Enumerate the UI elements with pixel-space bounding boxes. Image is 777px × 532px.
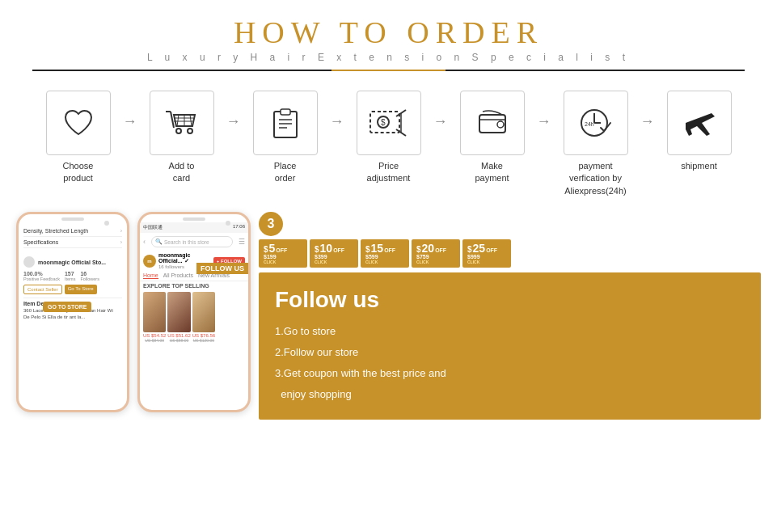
step-price-adjustment: $ Priceadjustment (344, 91, 433, 185)
bottom-section: Density, Stretched Length › Specificatio… (0, 212, 777, 420)
svg-line-4 (177, 115, 179, 126)
step3-badge: 3 (259, 212, 283, 236)
svg-rect-9 (274, 112, 297, 137)
phone2-product-2: US $51.62 US $88.00 (167, 292, 190, 343)
svg-line-6 (190, 115, 192, 126)
phone2-products: US $54.52 US $84.00 US $51.62 US $88.00 … (140, 290, 248, 344)
place-order-icon-box (253, 91, 318, 155)
coupon-20[interactable]: $ 20 OFF $759 CLICK (412, 239, 460, 268)
follow-section: 3 $ 5 OFF $199 CLICK $ 10 OFF $399 CLICK (259, 212, 761, 420)
svg-rect-20 (479, 115, 505, 133)
phone1-row-specs: Specifications › (23, 237, 122, 248)
cart-icon (163, 105, 201, 141)
plane-icon (679, 105, 720, 141)
phone2: 中国联通 17:06 ‹ 🔍 Search in this store ☰ m … (137, 212, 251, 412)
price-adjustment-label: Priceadjustment (367, 160, 411, 185)
choose-product-icon-box (46, 91, 111, 155)
arrow-1: → (123, 91, 137, 130)
price-tag-icon: $ (367, 105, 411, 141)
price-adjustment-icon-box: $ (357, 91, 421, 155)
coupon-10[interactable]: $ 10 OFF $399 CLICK (310, 239, 358, 268)
heart-icon (61, 105, 96, 141)
shipment-label: shipment (681, 160, 717, 172)
clipboard-icon (269, 105, 302, 141)
phone1: Density, Stretched Length › Specificatio… (16, 212, 129, 412)
svg-point-21 (497, 121, 504, 128)
follow-step-3: 3.Get coupon with the best price and enj… (275, 363, 745, 405)
choose-product-label: Chooseproduct (63, 160, 94, 185)
phone2-product-3: US $76.56 US $120.00 (192, 292, 215, 343)
phone2-nav-all-products[interactable]: All Products (163, 272, 193, 279)
step-add-to-card: Add tocard (137, 91, 226, 185)
svg-text:24h: 24h (585, 121, 594, 127)
follow-step-2: 2.Follow our store (275, 342, 745, 363)
phone2-product-1: US $54.52 US $84.00 (143, 292, 166, 343)
phone1-contact-btn[interactable]: Contact Seller (23, 285, 62, 294)
coupon-25[interactable]: $ 25 OFF $999 CLICK (462, 239, 511, 268)
phone2-nav-home[interactable]: Home (143, 272, 158, 279)
add-to-card-icon-box (150, 91, 214, 155)
coupon-15[interactable]: $ 15 OFF $599 CLICK (361, 239, 409, 268)
step-payment-verification: 24h paymentverfication byAliexpress(24h) (551, 91, 640, 197)
arrow-5: → (537, 91, 551, 130)
arrow-4: → (433, 91, 448, 130)
payment-verification-label: paymentverfication byAliexpress(24h) (564, 160, 626, 197)
phone2-search[interactable]: 🔍 Search in this store (151, 236, 233, 247)
coupon-5[interactable]: $ 5 OFF $199 CLICK (259, 239, 307, 268)
wallet-icon (475, 105, 510, 141)
svg-rect-13 (281, 109, 290, 115)
follow-content: Follow us 1.Go to store 2.Follow our sto… (259, 272, 761, 420)
go-to-store-badge[interactable]: GO TO STORE (43, 302, 91, 312)
svg-point-8 (188, 129, 192, 133)
follow-step-1: 1.Go to store (275, 321, 745, 342)
phone1-store-stats: 100.0% Positive Feedback 157 Items 16 Fo… (23, 271, 122, 281)
make-payment-icon-box (460, 91, 525, 155)
page-header: HOW TO ORDER L u x u r y H a i r E x t e… (0, 0, 777, 76)
make-payment-label: Makepayment (475, 160, 509, 185)
step-choose-product: Chooseproduct (34, 91, 123, 185)
phone2-follow-us-badge: FOLLOW US (196, 263, 248, 274)
phone2-header: 中国联通 17:06 (140, 222, 248, 233)
add-to-card-label: Add tocard (169, 160, 195, 185)
page-title: HOW TO ORDER (0, 15, 777, 50)
svg-point-7 (176, 129, 181, 133)
clock-check-icon: 24h (576, 105, 615, 141)
page-subtitle: L u x u r y H a i r E x t e n s i o n S … (0, 52, 777, 63)
phone1-store-avatar (23, 256, 35, 268)
arrow-3: → (330, 91, 344, 130)
place-order-label: Placeorder (274, 160, 297, 185)
step-make-payment: Makepayment (448, 91, 537, 185)
phone2-store-avatar: m (143, 255, 156, 268)
phone2-explore-label: EXPLORE TOP SELLING (140, 281, 248, 290)
step-shipment: shipment (655, 91, 744, 172)
arrow-6: → (640, 91, 655, 130)
follow-title: Follow us (275, 287, 745, 313)
svg-text:$: $ (381, 118, 386, 127)
coupon-bar: $ 5 OFF $199 CLICK $ 10 OFF $399 CLICK $ (259, 239, 761, 268)
step-place-order: Placeorder (241, 91, 330, 185)
phone1-store-info: moonmagic Official Sto... (23, 253, 122, 271)
steps-row: Chooseproduct → Add tocard → (0, 76, 777, 205)
arrow-2: → (226, 91, 241, 130)
phone1-row-density: Density, Stretched Length › (23, 226, 122, 237)
phone1-store-name: moonmagic Official Sto... (38, 260, 106, 265)
payment-verification-icon-box: 24h (564, 91, 628, 155)
header-divider (32, 70, 745, 71)
shipment-icon-box (667, 91, 732, 155)
phone1-goto-btn[interactable]: Go To Store (65, 285, 97, 294)
follow-steps: 1.Go to store 2.Follow our store 3.Get c… (275, 321, 745, 405)
